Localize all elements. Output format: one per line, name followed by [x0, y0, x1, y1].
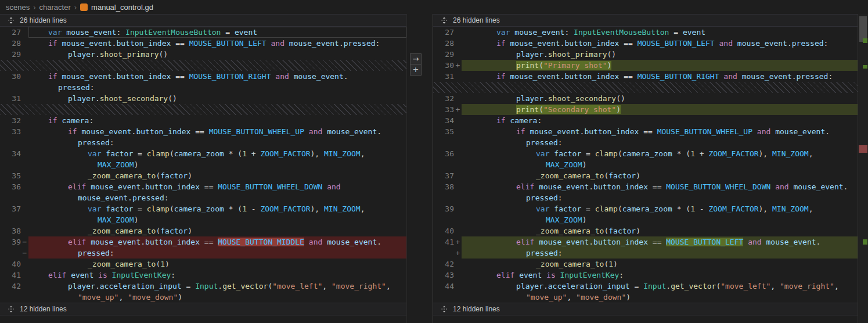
code-row[interactable]: 40_zoom_camera_to(factor) — [433, 225, 858, 236]
diff-editor-window: scenes › character › manual_control.gd 2… — [0, 0, 868, 323]
token: - — [247, 204, 260, 213]
line-number — [0, 82, 21, 93]
line-number: 29 — [433, 49, 454, 60]
code-row[interactable]: MAX_ZOOM) — [0, 159, 406, 170]
code-row[interactable]: pressed: — [433, 192, 858, 203]
code-row[interactable]: 33+print("Secondary shot") — [433, 104, 858, 115]
token: . — [543, 94, 548, 103]
code-row[interactable]: 36elif mouse_event.button_index == MOUSE… — [0, 181, 406, 192]
token: player — [68, 94, 95, 103]
token: if — [48, 72, 62, 81]
code-row[interactable]: MAX_ZOOM) — [433, 214, 858, 225]
token: var — [536, 204, 554, 213]
token: acceleration_input — [100, 282, 182, 290]
code-row[interactable]: 34var factor = clamp(camera_zoom * (1 + … — [0, 148, 406, 159]
code-line: player.shoot_secondary() — [462, 93, 858, 104]
expand-hidden-lines-bottom-modified[interactable]: 12 hidden lines — [433, 303, 858, 315]
code-row[interactable]: 27var mouse_event: InputEventMouseButton… — [433, 27, 858, 38]
token: 1 — [608, 260, 613, 268]
code-row[interactable]: mouse_event.pressed: — [0, 192, 406, 203]
token: . — [141, 182, 145, 191]
token: ), — [311, 149, 324, 158]
code-row[interactable]: 28if mouse_event.button_index == MOUSE_B… — [0, 38, 406, 49]
token: , — [567, 293, 576, 302]
code-row[interactable]: 30if mouse_event.button_index == MOUSE_B… — [0, 71, 406, 82]
code-row[interactable]: 39var factor = clamp(camera_zoom * (1 - … — [433, 203, 858, 214]
code-row[interactable]: 32if camera: — [0, 115, 406, 126]
token: MOUSE_BUTTON_WHEEL_UP — [657, 127, 752, 136]
token: : — [376, 39, 380, 48]
token: shoot_secondary — [548, 94, 616, 103]
code-row[interactable]: −pressed: — [0, 247, 406, 259]
code-row[interactable]: 29player.shoot_primary() — [433, 49, 858, 60]
token: event — [683, 28, 705, 37]
expand-hidden-lines-top-modified[interactable]: 26 hidden lines — [433, 14, 858, 27]
overview-ruler[interactable] — [858, 14, 868, 323]
expand-hidden-lines-top-original[interactable]: 26 hidden lines — [0, 14, 406, 27]
token: ) — [636, 171, 640, 180]
token: "move_down" — [576, 293, 626, 302]
code-row[interactable]: 31player.shoot_secondary() — [0, 93, 406, 104]
code-line: MAX_ZOOM) — [462, 214, 858, 225]
breadcrumb-item-file[interactable]: manual_control.gd — [91, 3, 153, 12]
token: and — [304, 127, 327, 136]
token: MOUSE_BUTTON_WHEEL_UP — [209, 127, 304, 136]
code-row[interactable]: 29player.shoot_primary() — [0, 49, 406, 60]
code-row[interactable]: 27var mouse_event: InputEventMouseButton… — [0, 27, 406, 38]
code-row[interactable]: 37_zoom_camera_to(factor) — [433, 170, 858, 181]
code-row[interactable]: 37var factor = clamp(camera_zoom * (1 - … — [0, 203, 406, 214]
token: mouse_event — [737, 39, 787, 48]
code-row[interactable]: "move_up", "move_down") — [433, 292, 858, 303]
code-row[interactable]: 38_zoom_camera_to(factor) — [0, 225, 406, 236]
expand-hidden-lines-bottom-original[interactable]: 12 hidden lines — [0, 303, 406, 315]
token: if — [496, 116, 510, 125]
code-row[interactable]: 40_zoom_camera_to(1) — [0, 259, 406, 270]
diff-marker — [21, 214, 28, 225]
breadcrumb: scenes › character › manual_control.gd — [0, 0, 868, 14]
token: and — [743, 238, 766, 246]
token: _zoom_camera_to — [88, 227, 156, 235]
code-row[interactable]: 33if mouse_event.button_index == MOUSE_B… — [0, 126, 406, 137]
breadcrumb-item-scenes[interactable]: scenes — [6, 3, 30, 12]
code-row[interactable]: 41elif event is InputEventKey: — [0, 270, 406, 281]
token: event — [235, 28, 257, 37]
code-row[interactable]: 36var factor = clamp(camera_zoom * (1 + … — [433, 148, 858, 159]
token: mouse_event — [78, 193, 128, 202]
token: mouse_event — [766, 238, 816, 246]
token: var — [536, 149, 554, 158]
diff-marker — [21, 270, 28, 281]
diff-add-button[interactable]: + — [410, 64, 422, 76]
code-row[interactable]: 34if camera: — [433, 115, 858, 126]
code-row[interactable]: "move_up", "move_down") — [0, 292, 406, 303]
code-row[interactable]: 39−elif mouse_event.button_index == MOUS… — [0, 236, 406, 247]
breadcrumb-item-character[interactable]: character — [39, 3, 71, 12]
code-line: pressed: — [462, 137, 858, 148]
code-row[interactable]: pressed: — [0, 137, 406, 148]
code-row[interactable]: 30+print("Primary shot") — [433, 60, 858, 71]
code-row[interactable]: MAX_ZOOM) — [433, 159, 858, 170]
diff-revert-arrow-button[interactable]: → — [410, 53, 422, 64]
diff-marker — [454, 71, 462, 82]
token: . — [816, 238, 821, 246]
token: : — [90, 83, 95, 92]
code-row[interactable]: 41+elif mouse_event.button_index == MOUS… — [433, 236, 858, 247]
code-row[interactable]: 32player.shoot_secondary() — [433, 93, 858, 104]
line-number — [433, 292, 454, 303]
code-row[interactable]: +pressed: — [433, 247, 858, 259]
code-row[interactable]: 43elif event is InputEventKey: — [433, 270, 858, 281]
code-row[interactable]: 35if mouse_event.button_index == MOUSE_B… — [433, 126, 858, 137]
diff-marker — [454, 159, 462, 170]
token: button_index — [593, 182, 648, 191]
code-row[interactable]: 42_zoom_camera_to(1) — [433, 259, 858, 270]
code-row[interactable]: 28if mouse_event.button_index == MOUSE_B… — [433, 38, 858, 49]
code-row[interactable]: pressed: — [0, 82, 406, 93]
code-row[interactable]: pressed: — [433, 137, 858, 148]
code-row[interactable]: 31if mouse_event.button_index == MOUSE_B… — [433, 71, 858, 82]
code-row[interactable]: 44player.acceleration_input = Input.get_… — [433, 281, 858, 292]
token: + — [695, 149, 708, 158]
code-row[interactable]: MAX_ZOOM) — [0, 214, 406, 225]
code-row[interactable]: 38elif mouse_event.button_index == MOUSE… — [433, 181, 858, 192]
token: elif — [48, 271, 71, 279]
code-row[interactable]: 35_zoom_camera_to(factor) — [0, 170, 406, 181]
code-row[interactable]: 42player.acceleration_input = Input.get_… — [0, 281, 406, 292]
